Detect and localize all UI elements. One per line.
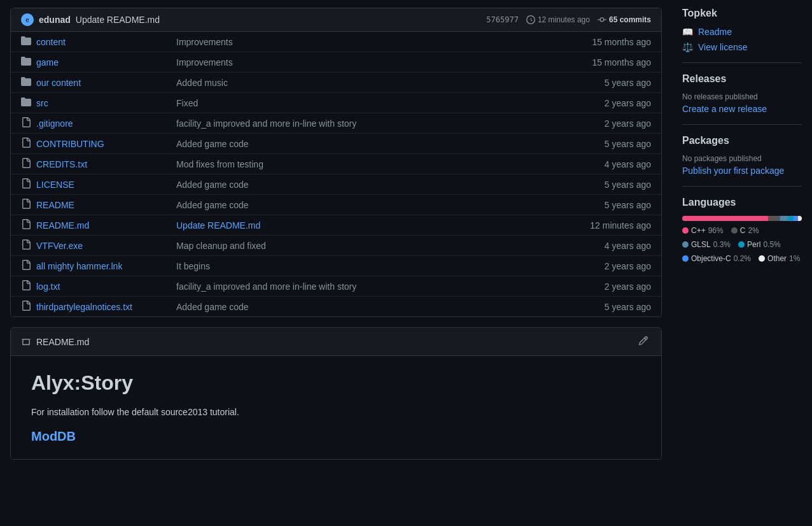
create-release-link[interactable]: Create a new release xyxy=(682,104,802,114)
table-row: VTFVer.exeMap cleanup and fixed4 years a… xyxy=(11,236,661,256)
commit-meta: 5765977 12 minutes ago 65 commits xyxy=(486,15,651,24)
file-name[interactable]: all mighty hammer.lnk xyxy=(36,261,176,271)
book-icon: 📖 xyxy=(682,27,693,37)
lang-pct: 0.3% xyxy=(713,240,731,249)
publish-package-link[interactable]: Publish your first package xyxy=(682,166,802,176)
folder-icon xyxy=(21,36,31,48)
commit-row: e edunad Update README.md 5765977 12 min… xyxy=(11,8,661,32)
table-row: CREDITS.txtMod fixes from testing4 years… xyxy=(11,154,661,174)
avatar: e xyxy=(21,13,34,26)
table-row: CONTRIBUTINGAdded game code5 years ago xyxy=(11,134,661,154)
file-name[interactable]: log.txt xyxy=(36,281,176,292)
lang-name: Perl xyxy=(747,240,760,249)
pencil-icon xyxy=(638,336,648,346)
lang-dot xyxy=(731,227,738,234)
file-time: 2 years ago xyxy=(575,118,651,129)
file-time: 15 months ago xyxy=(575,37,651,47)
file-commit-message: Added music xyxy=(176,78,575,88)
file-commit-message: Added game code xyxy=(176,180,575,190)
sidebar-readme-link[interactable]: 📖 Readme xyxy=(682,27,802,37)
table-row: README.mdUpdate README.md12 minutes ago xyxy=(11,215,661,236)
file-time: 5 years ago xyxy=(575,139,651,149)
file-icon xyxy=(21,117,31,129)
folder-icon xyxy=(21,97,31,109)
sidebar: Topkek 📖 Readme ⚖️ View license Releases… xyxy=(672,0,812,526)
lang-segment-c xyxy=(768,216,780,221)
file-name[interactable]: our content xyxy=(36,78,176,88)
sidebar-license-link[interactable]: ⚖️ View license xyxy=(682,42,802,52)
table-row: .gitignorefacility_a improved and more i… xyxy=(11,113,661,134)
readme-filename: README.md xyxy=(36,337,89,347)
lang-dot xyxy=(682,241,689,248)
lang-segment-c xyxy=(682,216,768,221)
lang-item-c: C++ 96% xyxy=(682,226,724,235)
commit-hash[interactable]: 5765977 xyxy=(486,15,519,24)
lang-segment-glsl xyxy=(780,216,787,221)
file-commit-message: Fixed xyxy=(176,98,575,108)
table-row: all mighty hammer.lnkIt begins2 years ag… xyxy=(11,256,661,276)
file-name[interactable]: thirdpartylegalnotices.txt xyxy=(36,302,176,312)
file-icon xyxy=(21,260,31,272)
readme-title: Alyx:Story xyxy=(31,371,641,395)
lang-pct: 96% xyxy=(708,226,724,235)
lang-item-other: Other 1% xyxy=(759,254,800,263)
file-name[interactable]: README.md xyxy=(36,220,176,231)
table-row: log.txtfacility_a improved and more in-l… xyxy=(11,276,661,297)
file-name[interactable]: game xyxy=(36,57,176,68)
file-commit-message: facility_a improved and more in-line wit… xyxy=(176,281,575,292)
file-time: 4 years ago xyxy=(575,159,651,169)
lang-item-glsl: GLSL 0.3% xyxy=(682,240,731,249)
file-commit-message: Added game code xyxy=(176,139,575,149)
file-name[interactable]: CONTRIBUTING xyxy=(36,139,176,149)
clock-icon xyxy=(526,15,535,24)
table-row: gameImprovements15 months ago xyxy=(11,52,661,73)
file-time: 5 years ago xyxy=(575,200,651,210)
file-commit-message: Improvements xyxy=(176,37,575,47)
commit-author[interactable]: edunad xyxy=(39,15,71,25)
list-icon xyxy=(21,337,31,347)
lang-item-c: C 2% xyxy=(731,226,759,235)
table-row: our contentAdded music5 years ago xyxy=(11,73,661,93)
file-rows-container: contentImprovements15 months agogameImpr… xyxy=(11,32,661,316)
languages-title: Languages xyxy=(682,197,802,208)
file-icon xyxy=(21,138,31,150)
table-row: thirdpartylegalnotices.txtAdded game cod… xyxy=(11,297,661,316)
file-commit-message: It begins xyxy=(176,261,575,271)
edit-readme-button[interactable] xyxy=(636,333,651,350)
file-commit-message: Map cleanup and fixed xyxy=(176,241,575,251)
file-icon xyxy=(21,280,31,292)
packages-title: Packages xyxy=(682,135,802,146)
file-name[interactable]: .gitignore xyxy=(36,118,176,129)
readme-body: Alyx:Story For installation follow the d… xyxy=(11,356,661,459)
sidebar-divider-3 xyxy=(682,186,802,187)
file-name[interactable]: LICENSE xyxy=(36,180,176,190)
lang-list: C++ 96%C 2%GLSL 0.3%Perl 0.5%Objective-C… xyxy=(682,226,802,263)
lang-dot xyxy=(738,241,745,248)
lang-item-perl: Perl 0.5% xyxy=(738,240,781,249)
lang-dot xyxy=(682,255,689,262)
file-table: e edunad Update README.md 5765977 12 min… xyxy=(10,8,662,317)
readme-description: For installation follow the default sour… xyxy=(31,405,641,419)
languages-bar xyxy=(682,216,802,221)
commit-message: Update README.md xyxy=(76,15,482,25)
file-time: 2 years ago xyxy=(575,281,651,292)
file-name[interactable]: src xyxy=(36,98,176,108)
readme-title-area: README.md xyxy=(21,337,89,347)
lang-name: Objective-C xyxy=(691,254,731,263)
file-name[interactable]: CREDITS.txt xyxy=(36,159,176,169)
table-row: READMEAdded game code5 years ago xyxy=(11,195,661,215)
lang-segment-objectivec xyxy=(794,216,799,221)
file-time: 5 years ago xyxy=(575,180,651,190)
file-name[interactable]: content xyxy=(36,37,176,47)
scale-icon: ⚖️ xyxy=(682,42,693,52)
commits-link[interactable]: 65 commits xyxy=(598,15,651,24)
file-name[interactable]: README xyxy=(36,200,176,210)
lang-name: C xyxy=(740,226,746,235)
readme-moddb-link[interactable]: ModDB xyxy=(31,429,76,443)
folder-icon xyxy=(21,56,31,68)
file-commit-message: Added game code xyxy=(176,302,575,312)
sidebar-title: Topkek xyxy=(682,8,802,19)
file-name[interactable]: VTFVer.exe xyxy=(36,241,176,251)
file-commit-message[interactable]: Update README.md xyxy=(176,220,575,231)
sidebar-packages-section: Packages No packages published Publish y… xyxy=(682,135,802,176)
